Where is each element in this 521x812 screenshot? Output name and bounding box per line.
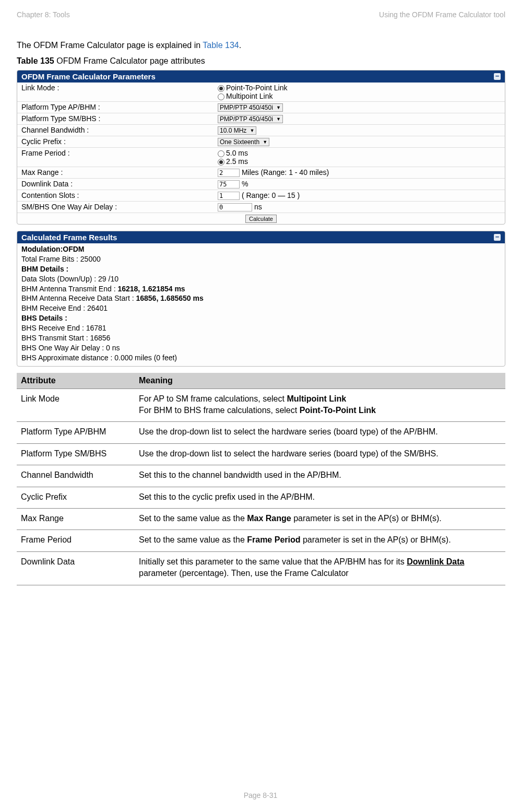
fp-25-radio[interactable] bbox=[218, 159, 224, 166]
fp-5-radio[interactable] bbox=[218, 150, 224, 157]
collapse-icon[interactable]: − bbox=[494, 234, 501, 241]
meaning-cell: Set to the same value as the Max Range p… bbox=[135, 509, 505, 530]
calculate-button[interactable]: Calculate bbox=[245, 215, 277, 223]
page: Chapter 8: Tools Using the OFDM Frame Ca… bbox=[0, 0, 521, 812]
bw-select[interactable]: 10.0 MHz bbox=[218, 126, 256, 135]
fp-label: Frame Period : bbox=[17, 148, 214, 167]
meaning-bold: Point-To-Point Link bbox=[300, 406, 376, 415]
ptype-ap-select[interactable]: PMP/PTP 450/450i bbox=[218, 103, 283, 112]
meaning-cell: For AP to SM frame calculations, select … bbox=[135, 389, 505, 422]
meaning-text: parameter (percentage). Then, use the Fr… bbox=[139, 569, 349, 578]
res-tx-end-label: BHM Antenna Transmit End : bbox=[21, 285, 117, 293]
res-bhs-hdr: BHS Details : bbox=[21, 314, 67, 322]
table-row: Link Mode For AP to SM frame calculation… bbox=[17, 389, 505, 422]
dl-label: Downlink Data : bbox=[17, 179, 214, 190]
delay-input[interactable]: 0 bbox=[218, 203, 252, 211]
attr-cell: Platform Type SM/BHS bbox=[17, 443, 135, 465]
table-row: Cyclic Prefix Set this to the cyclic pre… bbox=[17, 487, 505, 508]
res-bhs-delay: BHS One Way Air Delay : 0 ns bbox=[21, 344, 120, 352]
link-mode-label: Link Mode : bbox=[17, 83, 214, 102]
meaning-cell: Initially set this parameter to the same… bbox=[135, 551, 505, 585]
cs-suffix: ( Range: 0 — 15 ) bbox=[240, 191, 300, 199]
attribute-table: Attribute Meaning Link Mode For AP to SM… bbox=[17, 373, 505, 585]
intro-suffix: . bbox=[239, 41, 241, 50]
header-left: Chapter 8: Tools bbox=[17, 10, 70, 19]
meaning-text: Set to the same value as the bbox=[139, 514, 247, 523]
res-bhs-rx-end: BHS Receive End : 16781 bbox=[21, 324, 106, 332]
bw-label: Channel Bandwidth : bbox=[17, 125, 214, 136]
meaning-cell: Set to the same value as the Frame Perio… bbox=[135, 530, 505, 551]
res-data-slots: Data Slots (Down/Up) : 29 /10 bbox=[21, 275, 119, 283]
meaning-text: For AP to SM frame calculations, select bbox=[139, 394, 287, 403]
page-footer: Page 8-31 bbox=[0, 791, 521, 799]
attr-cell: Platform Type AP/BHM bbox=[17, 422, 135, 443]
ptype-ap-label: Platform Type AP/BHM : bbox=[17, 102, 214, 113]
table-link[interactable]: Table 134 bbox=[203, 41, 239, 50]
params-panel: OFDM Frame Calculator Parameters − Link … bbox=[17, 70, 505, 225]
header-right: Using the OFDM Frame Calculator tool bbox=[379, 10, 505, 19]
attr-cell: Cyclic Prefix bbox=[17, 487, 135, 508]
cs-label: Contention Slots : bbox=[17, 190, 214, 202]
cs-input[interactable]: 1 bbox=[218, 192, 240, 200]
dl-suffix: % bbox=[240, 180, 248, 188]
res-total-bits: Total Frame Bits : 25000 bbox=[21, 255, 101, 263]
table-row: Platform Type AP/BHM Use the drop-down l… bbox=[17, 422, 505, 443]
table-row: Downlink Data Initially set this paramet… bbox=[17, 551, 505, 585]
params-title: OFDM Frame Calculator Parameters bbox=[21, 72, 156, 81]
meaning-cell: Use the drop-down list to select the har… bbox=[135, 443, 505, 465]
results-panel: Calculated Frame Results − Modulation:OF… bbox=[17, 231, 505, 367]
delay-suffix: ns bbox=[252, 203, 262, 211]
link-mode-ptp-radio[interactable] bbox=[218, 85, 224, 92]
link-mode-ptp: Point-To-Point Link bbox=[226, 84, 288, 92]
params-table: Link Mode : Point-To-Point Link Multipoi… bbox=[17, 83, 505, 224]
meaning-bold: Max Range bbox=[247, 514, 291, 523]
link-mode-mp-radio[interactable] bbox=[218, 93, 224, 100]
dl-input[interactable]: 75 bbox=[218, 180, 240, 189]
ptype-sm-select[interactable]: PMP/PTP 450/450i bbox=[218, 115, 283, 123]
link-mode-mp: Multipoint Link bbox=[226, 92, 273, 100]
meaning-cell: Set this to the cyclic prefix used in th… bbox=[135, 487, 505, 508]
intro-text: The OFDM Frame Calculator page is explai… bbox=[17, 41, 505, 50]
results-title-bar: Calculated Frame Results − bbox=[17, 231, 505, 243]
collapse-icon[interactable]: − bbox=[494, 73, 501, 80]
table-row: Platform Type SM/BHS Use the drop-down l… bbox=[17, 443, 505, 465]
ptype-sm-label: Platform Type SM/BHS : bbox=[17, 113, 214, 125]
caption-text: OFDM Frame Calculator page attributes bbox=[54, 56, 205, 65]
attr-cell: Max Range bbox=[17, 509, 135, 530]
meaning-bold: Multipoint Link bbox=[287, 394, 346, 403]
attr-cell: Link Mode bbox=[17, 389, 135, 422]
fp-25: 2.5 ms bbox=[226, 157, 248, 166]
cp-select[interactable]: One Sixteenth bbox=[218, 138, 269, 146]
meaning-cell: Set this to the channel bandwidth used i… bbox=[135, 465, 505, 487]
results-title: Calculated Frame Results bbox=[21, 233, 117, 242]
meaning-cell: Use the drop-down list to select the har… bbox=[135, 422, 505, 443]
res-bhm-hdr: BHM Details : bbox=[21, 265, 68, 273]
meaning-bold: Frame Period bbox=[247, 535, 300, 544]
results-body: Modulation:OFDM Total Frame Bits : 25000… bbox=[17, 243, 505, 366]
res-modulation: Modulation:OFDM bbox=[21, 245, 85, 253]
res-bhs-tx-start: BHS Transmit Start : 16856 bbox=[21, 334, 110, 342]
attr-cell: Channel Bandwidth bbox=[17, 465, 135, 487]
attr-cell: Downlink Data bbox=[17, 551, 135, 585]
params-title-bar: OFDM Frame Calculator Parameters − bbox=[17, 70, 505, 83]
table-row: Frame Period Set to the same value as th… bbox=[17, 530, 505, 551]
res-rx-start-val: 16856, 1.685650 ms bbox=[136, 294, 203, 302]
table-row: Max Range Set to the same value as the M… bbox=[17, 509, 505, 530]
res-bhm-rx-end: BHM Receive End : 26401 bbox=[21, 304, 108, 312]
delay-label: SM/BHS One Way Air Delay : bbox=[17, 202, 214, 213]
range-input[interactable]: 2 bbox=[218, 169, 240, 177]
attr-header: Attribute bbox=[17, 373, 135, 389]
attr-header-row: Attribute Meaning bbox=[17, 373, 505, 389]
intro-prefix: The OFDM Frame Calculator page is explai… bbox=[17, 41, 203, 50]
meaning-text: For BHM to BHS frame calculations, selec… bbox=[139, 406, 300, 415]
caption-label: Table 135 bbox=[17, 56, 54, 65]
table-caption: Table 135 OFDM Frame Calculator page att… bbox=[17, 56, 505, 66]
cp-label: Cyclic Prefix : bbox=[17, 136, 214, 148]
meaning-bold: Downlink Data bbox=[407, 557, 464, 566]
meaning-text: parameter is set in the AP(s) or BHM(s). bbox=[291, 514, 442, 523]
res-tx-end-val: 16218, 1.621854 ms bbox=[117, 285, 185, 293]
meaning-header: Meaning bbox=[135, 373, 505, 389]
table-row: Channel Bandwidth Set this to the channe… bbox=[17, 465, 505, 487]
res-rx-start-label: BHM Antenna Receive Data Start : bbox=[21, 294, 136, 302]
attr-cell: Frame Period bbox=[17, 530, 135, 551]
